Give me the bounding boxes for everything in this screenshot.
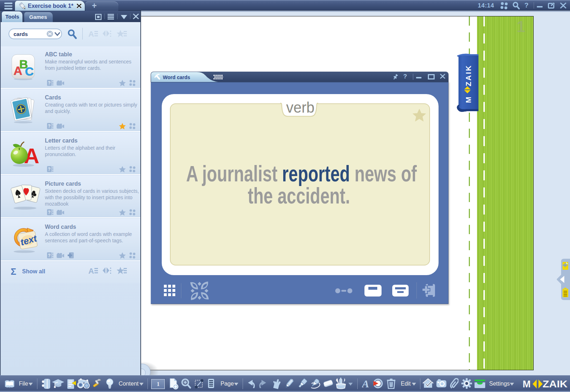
svg-text:M: M xyxy=(464,97,472,103)
svg-text:ZAIK: ZAIK xyxy=(543,379,568,389)
svg-text:?: ? xyxy=(48,210,51,215)
svg-text:?: ? xyxy=(48,124,51,129)
svg-text:A: A xyxy=(88,30,94,38)
svg-text:?: ? xyxy=(48,167,51,172)
svg-text:ZAIK: ZAIK xyxy=(464,65,472,86)
svg-text:?: ? xyxy=(48,81,51,86)
svg-text:M: M xyxy=(523,379,531,389)
svg-text:?: ? xyxy=(48,253,51,258)
svg-text:C: C xyxy=(25,65,34,78)
svg-text:A: A xyxy=(362,378,369,388)
svg-text:A: A xyxy=(88,267,94,275)
